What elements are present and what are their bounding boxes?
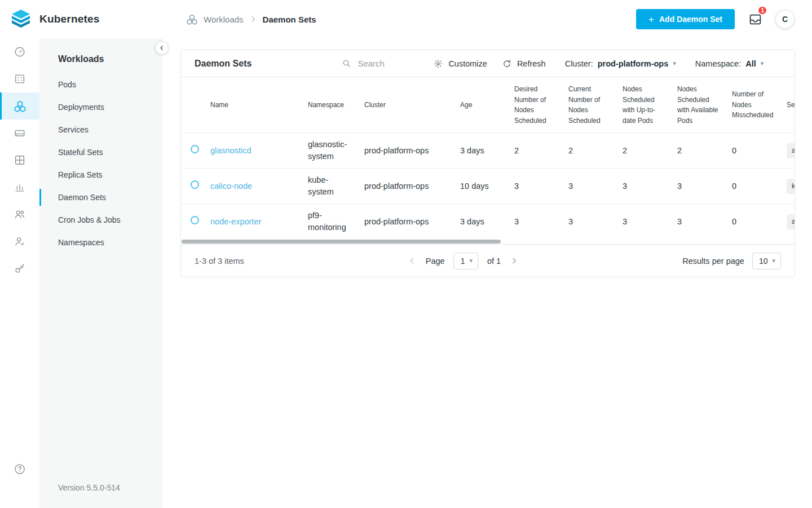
rail-item-dashboard[interactable] [0,38,39,65]
sidebar-item-deployments[interactable]: Deployments [39,96,162,118]
rail-item-help[interactable] [0,463,39,508]
table-row: node-exporter pf9-monitoring prod-platfo… [181,204,795,240]
chevron-down-icon: ▾ [772,258,775,264]
sidebar-item-label: Daemon Sets [58,193,106,202]
rail-item-apps[interactable] [0,147,39,174]
app-root: Kubernetes [0,0,812,508]
namespace-filter-label: Namespace: [695,59,741,68]
breadcrumb-current-page: Daemon Sets [263,15,316,24]
cluster-filter-value: prod-platform-ops [598,59,669,68]
api-key-icon [14,262,26,275]
sidebar-collapse-button[interactable] [155,41,169,55]
brand-header: Kubernetes [0,0,162,38]
notifications-button[interactable]: 1 [745,10,765,28]
sidebar-item-stateful-sets[interactable]: Stateful Sets [39,141,162,164]
table-header-row: Name Namespace Cluster Age Desired Numbe… [181,77,795,133]
kubernetes-logo-icon [9,8,33,30]
refresh-icon [502,59,512,69]
cell-desired: 2 [508,133,562,169]
cell-age: 10 days [453,169,508,204]
rail-item-tenants[interactable] [0,228,39,255]
column-header-cluster: Cluster [358,77,453,133]
row-checkbox[interactable] [191,216,199,224]
rail-item-monitoring[interactable] [0,174,39,201]
column-header-available-nodes: Nodes Scheduled with Available Pods [670,77,725,133]
search-box [342,58,418,69]
table-row: glasnosticd glasnostic-system prod-platf… [181,133,795,169]
column-header-desired-nodes: Desired Number of Nodes Scheduled [508,77,562,133]
cell-age: 3 days [453,133,508,169]
sidebar-item-daemon-sets[interactable]: Daemon Sets [39,186,162,209]
cell-age: 3 days [453,204,508,240]
rail-item-nodes[interactable] [0,65,39,92]
page-select-value: 1 [461,257,465,266]
cell-cluster: prod-platform-ops [358,169,453,204]
refresh-button[interactable]: Refresh [502,59,546,69]
chevron-left-icon [158,45,165,51]
daemonset-name-link[interactable]: node-exporter [210,217,261,226]
sidebar-item-cron-jobs[interactable]: Cron Jobs & Jobs [39,209,162,231]
cluster-filter-dropdown[interactable]: Cluster: prod-platform-ops ▾ [565,59,676,68]
daemon-sets-table: Name Namespace Cluster Age Desired Numbe… [181,77,795,239]
cell-uptodate: 3 [616,204,670,240]
card-toolbar: Daemon Sets Customize [181,50,795,77]
cell-desired: 3 [508,169,562,204]
rail-item-users[interactable] [0,201,39,228]
row-checkbox[interactable] [191,180,199,189]
namespace-filter-value: All [745,59,756,68]
customize-label: Customize [448,59,487,68]
column-header-name: Name [204,77,301,133]
results-per-page-select[interactable]: 10 ▾ [752,253,781,270]
sidebar-item-label: Services [58,125,89,134]
page-select[interactable]: 1 ▾ [454,253,478,270]
column-header-misscheduled: Number of Nodes Misscheduled [725,77,780,133]
cell-available: 3 [670,204,725,240]
pagination-bar: 1-3 of 3 items Page 1 ▾ of 1 [181,244,795,277]
sidebar-item-namespaces[interactable]: Namespaces [39,231,162,254]
breadcrumb-workloads[interactable]: Workloads [204,15,244,24]
dashboard-icon [14,46,26,58]
next-page-button[interactable] [510,257,518,265]
cell-namespace: kube-system [301,169,358,204]
daemonset-name-link[interactable]: glasnosticd [210,146,251,155]
rail-item-workloads[interactable] [0,92,39,120]
search-input[interactable] [356,58,418,69]
left-body: Workloads Pods Deployments Services Stat… [0,38,162,508]
selector-chip: k [787,179,795,194]
namespace-filter-dropdown[interactable]: Namespace: All ▾ [695,59,764,68]
sidebar-item-label: Cron Jobs & Jobs [58,215,121,224]
column-header-uptodate-nodes: Nodes Scheduled with Up-to-date Pods [616,77,670,133]
daemon-sets-card: Daemon Sets Customize [180,50,795,277]
cell-current: 2 [562,133,616,169]
cell-misscheduled: 0 [725,169,780,204]
workloads-icon [14,100,27,113]
sidebar-item-label: Deployments [58,103,104,112]
cell-uptodate: 3 [616,169,670,204]
cell-desired: 3 [508,204,562,240]
results-per-page-label: Results per page [682,257,744,266]
customize-button[interactable]: Customize [433,59,487,69]
results-per-page: Results per page 10 ▾ [682,253,781,270]
avatar-initial: C [782,15,788,24]
sidebar-heading: Workloads [39,38,162,73]
version-label: Version 5.5.0-514 [39,483,162,508]
column-header-selectors: Se [780,77,795,133]
rail-item-api-access[interactable] [0,255,39,282]
add-daemon-set-button[interactable]: + Add Daemon Set [636,9,735,29]
chevron-down-icon: ▾ [469,258,473,264]
row-checkbox[interactable] [191,145,199,153]
sidebar-item-replica-sets[interactable]: Replica Sets [39,164,162,186]
sidebar-item-services[interactable]: Services [39,118,162,141]
horizontal-scrollbar-thumb[interactable] [182,240,501,244]
sidebar-item-pods[interactable]: Pods [39,73,162,96]
column-header-namespace: Namespace [301,77,358,133]
gear-icon [433,59,443,69]
column-header-age: Age [453,77,508,133]
user-avatar[interactable]: C [775,10,795,29]
daemonset-name-link[interactable]: calico-node [210,182,252,191]
previous-page-button[interactable] [408,257,417,265]
cell-misscheduled: 0 [725,204,780,240]
rail-item-storage[interactable] [0,120,39,147]
main-area: Workloads Daemon Sets + Add Daemon Set 1 [162,0,812,508]
users-icon [14,208,26,220]
